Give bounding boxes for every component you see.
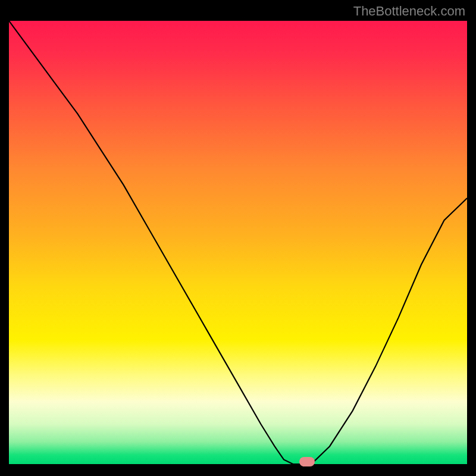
optimal-point-marker [299, 457, 315, 466]
chart-curve-svg [9, 21, 467, 464]
watermark-text: TheBottleneck.com [353, 4, 465, 19]
bottleneck-curve [9, 21, 467, 464]
chart-plot-area [9, 21, 467, 464]
